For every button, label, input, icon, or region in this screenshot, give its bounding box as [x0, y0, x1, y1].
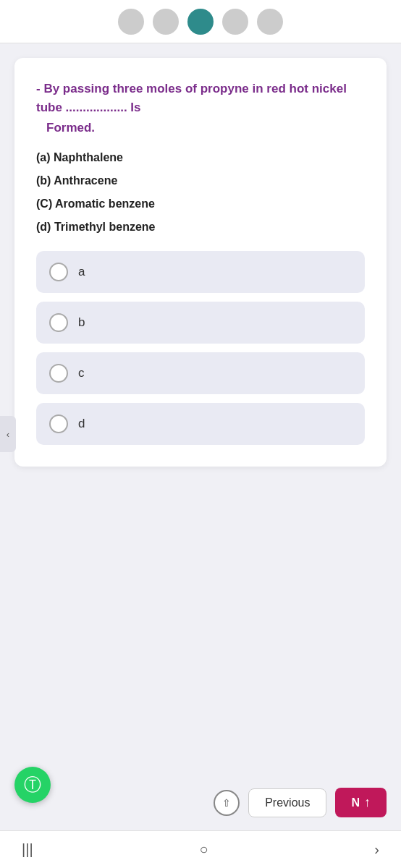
radio-inner-b	[55, 319, 62, 326]
options-list: (a) Naphthalene (b) Anthracene (C) Aroma…	[36, 151, 365, 234]
scroll-top-button[interactable]: ⇧	[214, 790, 240, 816]
answer-choice-d[interactable]: d	[36, 403, 365, 445]
radio-inner-a	[55, 268, 62, 276]
dot-4[interactable]	[222, 9, 248, 35]
answer-choice-b[interactable]: b	[36, 302, 365, 344]
radio-inner-c	[55, 370, 62, 377]
dot-1[interactable]	[118, 9, 144, 35]
dot-3-active[interactable]	[187, 9, 214, 35]
option-c: (C) Aromatic benzene	[36, 197, 365, 210]
dot-5[interactable]	[257, 9, 283, 35]
radio-inner-d	[55, 420, 62, 427]
question-card: - By passing three moles of propyne in r…	[14, 58, 387, 467]
answer-choice-c[interactable]: c	[36, 352, 365, 394]
answer-label-d: d	[78, 417, 85, 431]
bottom-action-area: ⇧ Previous N ↑	[0, 788, 401, 825]
option-d: (d) Trimethyl benzene	[36, 221, 365, 234]
bottom-nav-bar: ||| ○ ›	[0, 830, 401, 868]
home-icon[interactable]: ○	[199, 841, 208, 858]
option-b: (b) Anthracene	[36, 174, 365, 187]
side-arrow-icon: ‹	[7, 429, 9, 440]
question-text: - By passing three moles of propyne in r…	[36, 80, 365, 116]
answer-label-c: c	[78, 366, 85, 380]
radio-a[interactable]	[49, 263, 68, 281]
radio-c[interactable]	[49, 364, 68, 383]
dot-2[interactable]	[153, 9, 179, 35]
previous-button[interactable]: Previous	[248, 788, 326, 817]
radio-b[interactable]	[49, 313, 68, 332]
scroll-up-icon: ⇧	[222, 797, 231, 809]
next-button[interactable]: N ↑	[335, 788, 387, 817]
progress-dots-bar	[0, 0, 401, 43]
option-a: (a) Naphthalene	[36, 151, 365, 164]
radio-d[interactable]	[49, 414, 68, 433]
answer-label-b: b	[78, 315, 85, 330]
menu-icon[interactable]: |||	[22, 841, 33, 858]
answer-choice-a[interactable]: a	[36, 251, 365, 293]
side-arrow[interactable]: ‹	[0, 416, 16, 452]
question-formed: Formed.	[36, 121, 365, 135]
next-label: N	[351, 796, 360, 809]
answer-options: a b c d	[36, 251, 365, 445]
answer-label-a: a	[78, 265, 85, 279]
forward-icon[interactable]: ›	[374, 841, 379, 858]
next-arrow-icon: ↑	[364, 795, 371, 810]
